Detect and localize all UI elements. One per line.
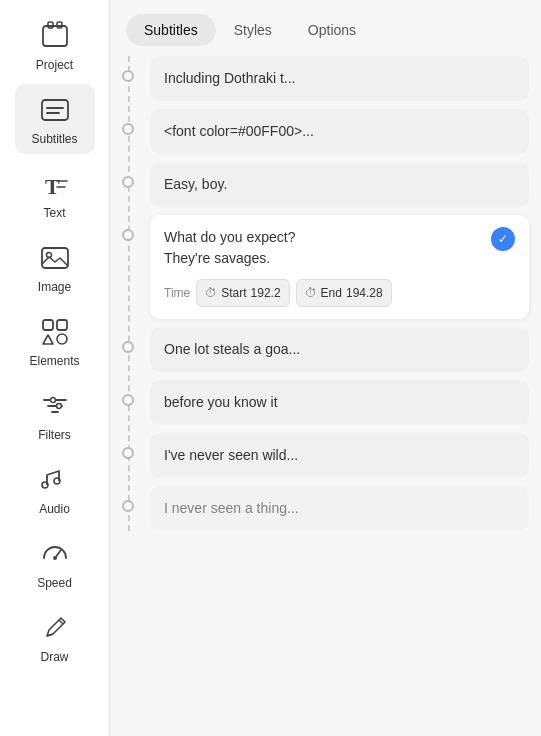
sidebar: Project Subtitles T Text — [0, 0, 110, 736]
subtitle-card[interactable]: Including Dothraki t... — [150, 56, 529, 101]
subtitle-card[interactable]: before you know it — [150, 380, 529, 425]
subtitle-text: I never seen a thing... — [164, 500, 299, 516]
end-value: 194.28 — [346, 284, 383, 302]
list-item[interactable]: <font color=#00FF00>... — [150, 109, 529, 154]
tab-styles[interactable]: Styles — [216, 14, 290, 46]
subtitle-card[interactable]: One lot steals a goa... — [150, 327, 529, 372]
subtitle-text: One lot steals a goa... — [164, 341, 300, 357]
sidebar-item-subtitles-label: Subtitles — [31, 132, 77, 146]
svg-rect-11 — [43, 320, 53, 330]
subtitle-text-line2-visible: They're savages. — [164, 248, 515, 269]
sidebar-item-elements-label: Elements — [29, 354, 79, 368]
sidebar-item-project-label: Project — [36, 58, 73, 72]
timeline-dot — [122, 341, 134, 353]
list-item[interactable]: I've never seen wild... — [150, 433, 529, 478]
tab-options[interactable]: Options — [290, 14, 374, 46]
subtitle-card[interactable]: I've never seen wild... — [150, 433, 529, 478]
sidebar-item-filters[interactable]: Filters — [15, 380, 95, 450]
list-item[interactable]: before you know it — [150, 380, 529, 425]
subtitles-icon — [37, 92, 73, 128]
subtitle-text: <font color=#00FF00>... — [164, 123, 314, 139]
end-label: End — [321, 284, 342, 302]
svg-rect-0 — [43, 26, 67, 46]
subtitle-text-line1: What do you expect? — [164, 227, 515, 248]
start-value: 192.2 — [251, 284, 281, 302]
sidebar-item-project[interactable]: Project — [15, 10, 95, 80]
sidebar-item-draw-label: Draw — [40, 650, 68, 664]
sidebar-item-image[interactable]: Image — [15, 232, 95, 302]
subtitle-card[interactable]: I never seen a thing... — [150, 486, 529, 531]
sidebar-item-elements[interactable]: Elements — [15, 306, 95, 376]
draw-icon — [37, 610, 73, 646]
main-panel: Subtitles Styles Options Including Dothr… — [110, 0, 541, 736]
start-label: Start — [221, 284, 246, 302]
time-label: Time — [164, 284, 190, 302]
timeline-dot — [122, 70, 134, 82]
svg-point-14 — [57, 334, 67, 344]
svg-point-19 — [56, 404, 61, 409]
subtitle-text: I've never seen wild... — [164, 447, 298, 463]
sidebar-item-image-label: Image — [38, 280, 71, 294]
list-item[interactable]: Including Dothraki t... — [150, 56, 529, 101]
audio-icon — [37, 462, 73, 498]
sidebar-item-text[interactable]: T Text — [15, 158, 95, 228]
subtitle-list[interactable]: Including Dothraki t... <font color=#00F… — [110, 46, 541, 736]
timeline-dot — [122, 394, 134, 406]
sidebar-item-filters-label: Filters — [38, 428, 71, 442]
svg-point-23 — [53, 556, 57, 560]
subtitle-card-active[interactable]: ✓ What do you expect? What do you expect… — [150, 215, 529, 319]
subtitle-text: before you know it — [164, 394, 278, 410]
svg-rect-9 — [42, 248, 68, 268]
image-icon — [37, 240, 73, 276]
svg-point-18 — [50, 398, 55, 403]
clock-icon-end: ⏱ — [305, 284, 317, 302]
tab-bar: Subtitles Styles Options — [110, 0, 541, 46]
timeline-dot — [122, 447, 134, 459]
timeline-dot — [122, 176, 134, 188]
time-controls: Time ⏱ Start 192.2 ⏱ End 194.28 — [164, 279, 515, 307]
svg-line-25 — [59, 620, 63, 624]
timeline-dot — [122, 123, 134, 135]
subtitle-card[interactable]: <font color=#00FF00>... — [150, 109, 529, 154]
subtitle-text: Easy, boy. — [164, 176, 227, 192]
timeline-dot — [122, 500, 134, 512]
sidebar-item-speed[interactable]: Speed — [15, 528, 95, 598]
svg-rect-2 — [57, 22, 62, 28]
speed-icon — [37, 536, 73, 572]
sidebar-item-draw[interactable]: Draw — [15, 602, 95, 672]
svg-marker-13 — [43, 335, 53, 344]
list-item[interactable]: Easy, boy. — [150, 162, 529, 207]
sidebar-item-text-label: Text — [43, 206, 65, 220]
svg-rect-1 — [48, 22, 53, 28]
timeline-dot — [122, 229, 134, 241]
sidebar-item-subtitles[interactable]: Subtitles — [15, 84, 95, 154]
svg-rect-3 — [42, 100, 68, 120]
sidebar-item-speed-label: Speed — [37, 576, 72, 590]
subtitle-card[interactable]: Easy, boy. — [150, 162, 529, 207]
text-icon: T — [37, 166, 73, 202]
subtitle-text: Including Dothraki t... — [164, 70, 296, 86]
timeline: Including Dothraki t... <font color=#00F… — [110, 56, 529, 531]
list-item[interactable]: One lot steals a goa... — [150, 327, 529, 372]
filters-icon — [37, 388, 73, 424]
start-time-input[interactable]: ⏱ Start 192.2 — [196, 279, 289, 307]
list-item-active[interactable]: ✓ What do you expect? What do you expect… — [150, 215, 529, 319]
end-time-input[interactable]: ⏱ End 194.28 — [296, 279, 392, 307]
tab-subtitles[interactable]: Subtitles — [126, 14, 216, 46]
sidebar-item-audio[interactable]: Audio — [15, 454, 95, 524]
svg-rect-12 — [57, 320, 67, 330]
checkmark-icon: ✓ — [491, 227, 515, 251]
project-icon — [37, 18, 73, 54]
sidebar-item-audio-label: Audio — [39, 502, 70, 516]
elements-icon — [37, 314, 73, 350]
clock-icon: ⏱ — [205, 284, 217, 302]
list-item[interactable]: I never seen a thing... — [150, 486, 529, 531]
active-card-content: ✓ What do you expect? What do you expect… — [164, 227, 515, 307]
